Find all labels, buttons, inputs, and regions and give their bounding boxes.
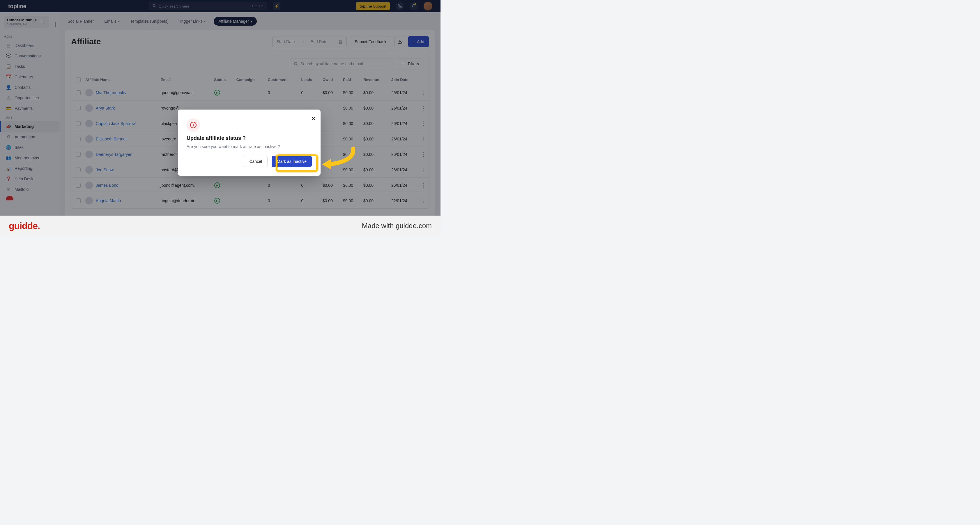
footer: guidde. Made with guidde.com: [0, 215, 441, 236]
cancel-button[interactable]: Cancel: [244, 156, 267, 167]
alert-icon: i: [187, 118, 200, 132]
modal-title: Update affiliate status ?: [187, 135, 312, 141]
guidde-logo: guidde.: [9, 220, 40, 231]
modal-backdrop[interactable]: [0, 0, 441, 215]
modal-body: Are you sure you want to mark affiliate …: [187, 144, 312, 149]
made-with-text: Made with guidde.com: [362, 222, 432, 230]
modal-close-button[interactable]: ×: [312, 115, 315, 122]
mark-inactive-button[interactable]: Mark as Inactive: [272, 156, 312, 167]
confirm-modal: × i Update affiliate status ? Are you su…: [178, 110, 321, 176]
